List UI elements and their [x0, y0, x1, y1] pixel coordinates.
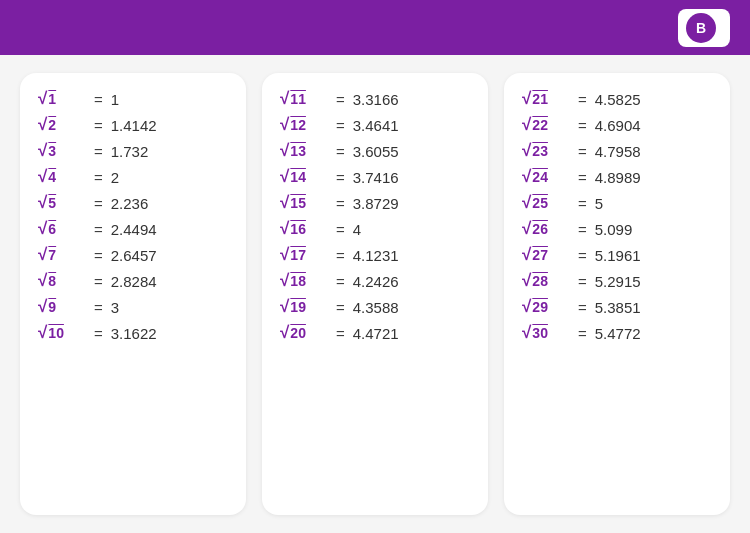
- sqrt-symbol: √: [522, 167, 531, 187]
- equals-sign: =: [336, 247, 345, 264]
- sqrt-number: 22: [532, 117, 548, 133]
- sqrt-value: 2.4494: [111, 221, 157, 238]
- sqrt-symbol: √: [522, 271, 531, 291]
- sqrt-value: 4.1231: [353, 247, 399, 264]
- equals-sign: =: [336, 143, 345, 160]
- sqrt-row-15: √15 = 3.8729: [280, 193, 470, 213]
- sqrt-expr: √24: [522, 167, 570, 187]
- sqrt-value: 5.1961: [595, 247, 641, 264]
- equals-sign: =: [94, 117, 103, 134]
- sqrt-value: 2.8284: [111, 273, 157, 290]
- sqrt-row-30: √30 = 5.4772: [522, 323, 712, 343]
- equals-sign: =: [336, 273, 345, 290]
- sqrt-row-8: √8 = 2.8284: [38, 271, 228, 291]
- sqrt-value: 4.5825: [595, 91, 641, 108]
- sqrt-symbol: √: [280, 297, 289, 317]
- sqrt-row-6: √6 = 2.4494: [38, 219, 228, 239]
- sqrt-symbol: √: [522, 219, 531, 239]
- equals-sign: =: [94, 221, 103, 238]
- sqrt-number: 25: [532, 195, 548, 211]
- sqrt-number: 15: [290, 195, 306, 211]
- sqrt-expr: √5: [38, 193, 86, 213]
- sqrt-expr: √26: [522, 219, 570, 239]
- sqrt-number: 24: [532, 169, 548, 185]
- sqrt-value: 4: [353, 221, 361, 238]
- equals-sign: =: [94, 299, 103, 316]
- sqrt-row-11: √11 = 3.3166: [280, 89, 470, 109]
- sqrt-expr: √18: [280, 271, 328, 291]
- sqrt-expr: √4: [38, 167, 86, 187]
- sqrt-symbol: √: [280, 167, 289, 187]
- sqrt-value: 1: [111, 91, 119, 108]
- sqrt-expr: √22: [522, 115, 570, 135]
- sqrt-value: 5.099: [595, 221, 633, 238]
- sqrt-expr: √9: [38, 297, 86, 317]
- sqrt-symbol: √: [522, 89, 531, 109]
- sqrt-row-1: √1 = 1: [38, 89, 228, 109]
- sqrt-row-13: √13 = 3.6055: [280, 141, 470, 161]
- sqrt-value: 1.4142: [111, 117, 157, 134]
- sqrt-number: 23: [532, 143, 548, 159]
- sqrt-expr: √13: [280, 141, 328, 161]
- sqrt-value: 2.236: [111, 195, 149, 212]
- sqrt-expr: √11: [280, 89, 328, 109]
- equals-sign: =: [336, 117, 345, 134]
- sqrt-expr: √19: [280, 297, 328, 317]
- sqrt-symbol: √: [38, 141, 47, 161]
- equals-sign: =: [94, 143, 103, 160]
- sqrt-value: 4.4721: [353, 325, 399, 342]
- sqrt-value: 3.1622: [111, 325, 157, 342]
- sqrt-value: 3.6055: [353, 143, 399, 160]
- column-2: √11 = 3.3166 √12 = 3.4641 √13 = 3.6055 √…: [262, 73, 488, 515]
- sqrt-row-18: √18 = 4.2426: [280, 271, 470, 291]
- sqrt-number: 21: [532, 91, 548, 107]
- sqrt-symbol: √: [38, 115, 47, 135]
- sqrt-symbol: √: [280, 219, 289, 239]
- equals-sign: =: [578, 299, 587, 316]
- sqrt-value: 3.7416: [353, 169, 399, 186]
- equals-sign: =: [578, 195, 587, 212]
- sqrt-number: 5: [48, 195, 56, 211]
- sqrt-symbol: √: [38, 89, 47, 109]
- sqrt-number: 12: [290, 117, 306, 133]
- sqrt-symbol: √: [522, 115, 531, 135]
- sqrt-expr: √6: [38, 219, 86, 239]
- sqrt-symbol: √: [280, 323, 289, 343]
- sqrt-row-10: √10 = 3.1622: [38, 323, 228, 343]
- sqrt-value: 1.732: [111, 143, 149, 160]
- sqrt-row-12: √12 = 3.4641: [280, 115, 470, 135]
- sqrt-expr: √21: [522, 89, 570, 109]
- sqrt-value: 4.2426: [353, 273, 399, 290]
- sqrt-number: 11: [290, 91, 306, 107]
- sqrt-value: 3.8729: [353, 195, 399, 212]
- sqrt-expr: √8: [38, 271, 86, 291]
- sqrt-expr: √28: [522, 271, 570, 291]
- sqrt-row-7: √7 = 2.6457: [38, 245, 228, 265]
- equals-sign: =: [336, 299, 345, 316]
- sqrt-expr: √25: [522, 193, 570, 213]
- sqrt-number: 14: [290, 169, 306, 185]
- sqrt-number: 4: [48, 169, 56, 185]
- sqrt-symbol: √: [38, 245, 47, 265]
- sqrt-expr: √27: [522, 245, 570, 265]
- column-1: √1 = 1 √2 = 1.4142 √3 = 1.732 √4 = 2 √5: [20, 73, 246, 515]
- sqrt-value: 3: [111, 299, 119, 316]
- equals-sign: =: [94, 247, 103, 264]
- sqrt-row-4: √4 = 2: [38, 167, 228, 187]
- sqrt-row-24: √24 = 4.8989: [522, 167, 712, 187]
- equals-sign: =: [578, 117, 587, 134]
- sqrt-number: 6: [48, 221, 56, 237]
- equals-sign: =: [94, 325, 103, 342]
- sqrt-expr: √17: [280, 245, 328, 265]
- sqrt-value: 2.6457: [111, 247, 157, 264]
- sqrt-number: 10: [48, 325, 64, 341]
- sqrt-row-17: √17 = 4.1231: [280, 245, 470, 265]
- column-3: √21 = 4.5825 √22 = 4.6904 √23 = 4.7958 √…: [504, 73, 730, 515]
- equals-sign: =: [336, 195, 345, 212]
- sqrt-expr: √23: [522, 141, 570, 161]
- main-content: √1 = 1 √2 = 1.4142 √3 = 1.732 √4 = 2 √5: [0, 55, 750, 533]
- sqrt-number: 8: [48, 273, 56, 289]
- sqrt-expr: √29: [522, 297, 570, 317]
- sqrt-symbol: √: [522, 141, 531, 161]
- sqrt-value: 5.4772: [595, 325, 641, 342]
